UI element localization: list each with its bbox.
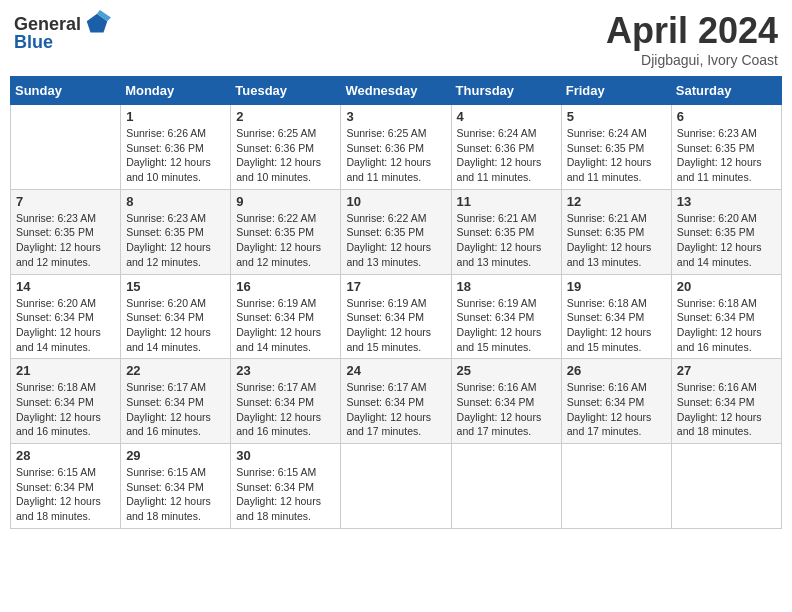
week-row-2: 7Sunrise: 6:23 AM Sunset: 6:35 PM Daylig… xyxy=(11,189,782,274)
day-cell: 8Sunrise: 6:23 AM Sunset: 6:35 PM Daylig… xyxy=(121,189,231,274)
day-info: Sunrise: 6:17 AM Sunset: 6:34 PM Dayligh… xyxy=(346,380,445,439)
day-number: 22 xyxy=(126,363,225,378)
day-cell: 27Sunrise: 6:16 AM Sunset: 6:34 PM Dayli… xyxy=(671,359,781,444)
day-cell: 12Sunrise: 6:21 AM Sunset: 6:35 PM Dayli… xyxy=(561,189,671,274)
day-info: Sunrise: 6:23 AM Sunset: 6:35 PM Dayligh… xyxy=(16,211,115,270)
day-cell: 15Sunrise: 6:20 AM Sunset: 6:34 PM Dayli… xyxy=(121,274,231,359)
weekday-header-monday: Monday xyxy=(121,77,231,105)
day-number: 30 xyxy=(236,448,335,463)
day-cell: 23Sunrise: 6:17 AM Sunset: 6:34 PM Dayli… xyxy=(231,359,341,444)
day-info: Sunrise: 6:15 AM Sunset: 6:34 PM Dayligh… xyxy=(126,465,225,524)
day-info: Sunrise: 6:17 AM Sunset: 6:34 PM Dayligh… xyxy=(126,380,225,439)
day-number: 26 xyxy=(567,363,666,378)
day-number: 25 xyxy=(457,363,556,378)
day-info: Sunrise: 6:19 AM Sunset: 6:34 PM Dayligh… xyxy=(236,296,335,355)
day-info: Sunrise: 6:23 AM Sunset: 6:35 PM Dayligh… xyxy=(126,211,225,270)
day-cell xyxy=(671,444,781,529)
day-cell: 11Sunrise: 6:21 AM Sunset: 6:35 PM Dayli… xyxy=(451,189,561,274)
day-cell xyxy=(11,105,121,190)
day-info: Sunrise: 6:25 AM Sunset: 6:36 PM Dayligh… xyxy=(236,126,335,185)
day-number: 17 xyxy=(346,279,445,294)
day-number: 7 xyxy=(16,194,115,209)
day-info: Sunrise: 6:15 AM Sunset: 6:34 PM Dayligh… xyxy=(236,465,335,524)
logo-blue-text: Blue xyxy=(14,32,53,53)
day-info: Sunrise: 6:19 AM Sunset: 6:34 PM Dayligh… xyxy=(346,296,445,355)
day-number: 6 xyxy=(677,109,776,124)
day-cell: 25Sunrise: 6:16 AM Sunset: 6:34 PM Dayli… xyxy=(451,359,561,444)
day-number: 23 xyxy=(236,363,335,378)
day-info: Sunrise: 6:20 AM Sunset: 6:34 PM Dayligh… xyxy=(126,296,225,355)
day-info: Sunrise: 6:26 AM Sunset: 6:36 PM Dayligh… xyxy=(126,126,225,185)
day-number: 14 xyxy=(16,279,115,294)
day-cell: 30Sunrise: 6:15 AM Sunset: 6:34 PM Dayli… xyxy=(231,444,341,529)
day-cell: 5Sunrise: 6:24 AM Sunset: 6:35 PM Daylig… xyxy=(561,105,671,190)
day-cell: 9Sunrise: 6:22 AM Sunset: 6:35 PM Daylig… xyxy=(231,189,341,274)
day-number: 24 xyxy=(346,363,445,378)
day-cell: 14Sunrise: 6:20 AM Sunset: 6:34 PM Dayli… xyxy=(11,274,121,359)
weekday-header-tuesday: Tuesday xyxy=(231,77,341,105)
day-info: Sunrise: 6:22 AM Sunset: 6:35 PM Dayligh… xyxy=(346,211,445,270)
day-number: 27 xyxy=(677,363,776,378)
day-info: Sunrise: 6:18 AM Sunset: 6:34 PM Dayligh… xyxy=(567,296,666,355)
weekday-header-sunday: Sunday xyxy=(11,77,121,105)
day-cell xyxy=(561,444,671,529)
day-cell: 20Sunrise: 6:18 AM Sunset: 6:34 PM Dayli… xyxy=(671,274,781,359)
day-cell: 16Sunrise: 6:19 AM Sunset: 6:34 PM Dayli… xyxy=(231,274,341,359)
day-info: Sunrise: 6:24 AM Sunset: 6:35 PM Dayligh… xyxy=(567,126,666,185)
day-cell: 3Sunrise: 6:25 AM Sunset: 6:36 PM Daylig… xyxy=(341,105,451,190)
day-info: Sunrise: 6:21 AM Sunset: 6:35 PM Dayligh… xyxy=(457,211,556,270)
day-number: 29 xyxy=(126,448,225,463)
day-cell: 2Sunrise: 6:25 AM Sunset: 6:36 PM Daylig… xyxy=(231,105,341,190)
day-info: Sunrise: 6:21 AM Sunset: 6:35 PM Dayligh… xyxy=(567,211,666,270)
day-number: 13 xyxy=(677,194,776,209)
day-number: 1 xyxy=(126,109,225,124)
day-cell: 10Sunrise: 6:22 AM Sunset: 6:35 PM Dayli… xyxy=(341,189,451,274)
day-cell: 18Sunrise: 6:19 AM Sunset: 6:34 PM Dayli… xyxy=(451,274,561,359)
month-title: April 2024 xyxy=(606,10,778,52)
day-number: 11 xyxy=(457,194,556,209)
calendar: SundayMondayTuesdayWednesdayThursdayFrid… xyxy=(10,76,782,529)
weekday-header-thursday: Thursday xyxy=(451,77,561,105)
day-number: 5 xyxy=(567,109,666,124)
day-number: 4 xyxy=(457,109,556,124)
day-cell: 6Sunrise: 6:23 AM Sunset: 6:35 PM Daylig… xyxy=(671,105,781,190)
location: Djigbagui, Ivory Coast xyxy=(606,52,778,68)
day-cell: 26Sunrise: 6:16 AM Sunset: 6:34 PM Dayli… xyxy=(561,359,671,444)
day-cell xyxy=(341,444,451,529)
day-info: Sunrise: 6:23 AM Sunset: 6:35 PM Dayligh… xyxy=(677,126,776,185)
day-info: Sunrise: 6:25 AM Sunset: 6:36 PM Dayligh… xyxy=(346,126,445,185)
weekday-header-wednesday: Wednesday xyxy=(341,77,451,105)
day-number: 28 xyxy=(16,448,115,463)
day-info: Sunrise: 6:16 AM Sunset: 6:34 PM Dayligh… xyxy=(677,380,776,439)
logo-icon xyxy=(83,10,111,38)
day-cell: 21Sunrise: 6:18 AM Sunset: 6:34 PM Dayli… xyxy=(11,359,121,444)
day-info: Sunrise: 6:16 AM Sunset: 6:34 PM Dayligh… xyxy=(457,380,556,439)
day-number: 8 xyxy=(126,194,225,209)
week-row-3: 14Sunrise: 6:20 AM Sunset: 6:34 PM Dayli… xyxy=(11,274,782,359)
day-number: 18 xyxy=(457,279,556,294)
day-info: Sunrise: 6:19 AM Sunset: 6:34 PM Dayligh… xyxy=(457,296,556,355)
day-number: 15 xyxy=(126,279,225,294)
day-info: Sunrise: 6:18 AM Sunset: 6:34 PM Dayligh… xyxy=(677,296,776,355)
day-cell: 19Sunrise: 6:18 AM Sunset: 6:34 PM Dayli… xyxy=(561,274,671,359)
day-number: 20 xyxy=(677,279,776,294)
day-cell: 17Sunrise: 6:19 AM Sunset: 6:34 PM Dayli… xyxy=(341,274,451,359)
week-row-1: 1Sunrise: 6:26 AM Sunset: 6:36 PM Daylig… xyxy=(11,105,782,190)
day-info: Sunrise: 6:20 AM Sunset: 6:35 PM Dayligh… xyxy=(677,211,776,270)
day-cell xyxy=(451,444,561,529)
weekday-header-friday: Friday xyxy=(561,77,671,105)
week-row-4: 21Sunrise: 6:18 AM Sunset: 6:34 PM Dayli… xyxy=(11,359,782,444)
day-number: 21 xyxy=(16,363,115,378)
logo: General Blue xyxy=(14,10,111,53)
day-number: 16 xyxy=(236,279,335,294)
day-info: Sunrise: 6:24 AM Sunset: 6:36 PM Dayligh… xyxy=(457,126,556,185)
day-number: 9 xyxy=(236,194,335,209)
day-cell: 29Sunrise: 6:15 AM Sunset: 6:34 PM Dayli… xyxy=(121,444,231,529)
day-info: Sunrise: 6:20 AM Sunset: 6:34 PM Dayligh… xyxy=(16,296,115,355)
weekday-header-row: SundayMondayTuesdayWednesdayThursdayFrid… xyxy=(11,77,782,105)
day-info: Sunrise: 6:16 AM Sunset: 6:34 PM Dayligh… xyxy=(567,380,666,439)
day-info: Sunrise: 6:17 AM Sunset: 6:34 PM Dayligh… xyxy=(236,380,335,439)
day-cell: 28Sunrise: 6:15 AM Sunset: 6:34 PM Dayli… xyxy=(11,444,121,529)
day-cell: 1Sunrise: 6:26 AM Sunset: 6:36 PM Daylig… xyxy=(121,105,231,190)
week-row-5: 28Sunrise: 6:15 AM Sunset: 6:34 PM Dayli… xyxy=(11,444,782,529)
